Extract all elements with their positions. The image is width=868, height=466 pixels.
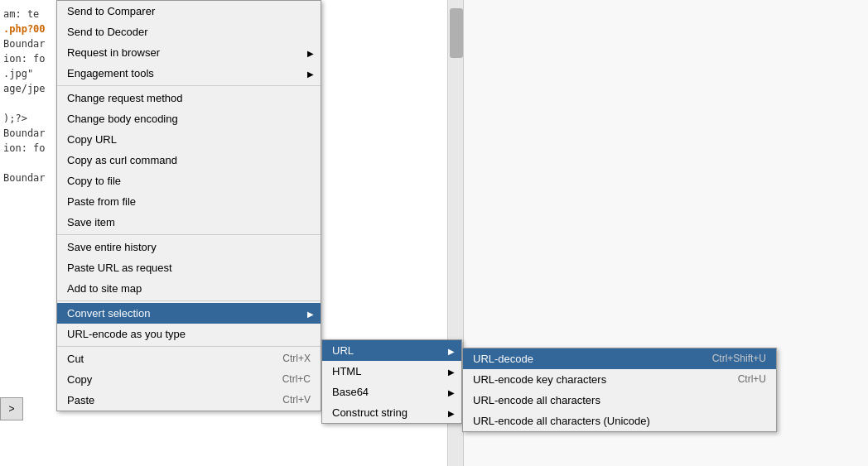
context-menu-1: Send to Comparer Send to Decoder Request… bbox=[56, 0, 321, 411]
menu-item-url-decode-label: URL-decode bbox=[473, 353, 533, 365]
menu-item-copy-label: Copy bbox=[67, 373, 92, 386]
separator-3 bbox=[57, 300, 321, 301]
menu-item-request-in-browser[interactable]: Request in browser bbox=[57, 42, 321, 63]
context-menu-3: URL-decode Ctrl+Shift+U URL-encode key c… bbox=[462, 348, 777, 432]
separator-2 bbox=[57, 234, 321, 235]
menu-item-copy[interactable]: Copy Ctrl+C bbox=[57, 369, 321, 390]
context-menu-2: URL HTML Base64 Construct string bbox=[321, 339, 462, 424]
menu-item-paste-from-file[interactable]: Paste from file bbox=[57, 191, 321, 212]
menu-item-url-encode-key-shortcut: Ctrl+U bbox=[738, 373, 766, 386]
menu-item-copy-as-curl[interactable]: Copy as curl command bbox=[57, 150, 321, 171]
menu-item-cut[interactable]: Cut Ctrl+X bbox=[57, 348, 321, 369]
menu-item-url-encode-key[interactable]: URL-encode key characters Ctrl+U bbox=[463, 369, 776, 390]
menu-item-cut-shortcut: Ctrl+X bbox=[282, 353, 311, 365]
menu-item-url-encode-all-unicode-label: URL-encode all characters (Unicode) bbox=[473, 415, 650, 427]
menu-item-url-encode-as-you-type[interactable]: URL-encode as you type bbox=[57, 324, 321, 344]
menu-item-engagement-tools[interactable]: Engagement tools bbox=[57, 63, 321, 84]
menu-item-url-decode[interactable]: URL-decode Ctrl+Shift+U bbox=[463, 348, 776, 369]
menu-item-copy-shortcut: Ctrl+C bbox=[282, 373, 311, 386]
menu-item-url-encode-all-label: URL-encode all characters bbox=[473, 394, 600, 406]
menu-item-url-encode-all-unicode[interactable]: URL-encode all characters (Unicode) bbox=[463, 411, 776, 431]
menu-item-save-item[interactable]: Save item bbox=[57, 212, 321, 233]
menu-item-change-body-encoding[interactable]: Change body encoding bbox=[57, 108, 321, 129]
menu-item-copy-url[interactable]: Copy URL bbox=[57, 129, 321, 150]
menu-item-change-request-method[interactable]: Change request method bbox=[57, 88, 321, 108]
menu-item-convert-selection[interactable]: Convert selection bbox=[57, 303, 321, 324]
menu-item-cut-label: Cut bbox=[67, 353, 84, 365]
menu-item-url-encode-key-label: URL-encode key characters bbox=[473, 373, 606, 386]
menu-item-url-decode-shortcut: Ctrl+Shift+U bbox=[712, 353, 766, 365]
menu-item-send-to-comparer[interactable]: Send to Comparer bbox=[57, 1, 321, 22]
menu-item-paste-label: Paste bbox=[67, 394, 94, 406]
forward-button[interactable]: > bbox=[0, 397, 23, 420]
menu-item-save-entire-history[interactable]: Save entire history bbox=[57, 237, 321, 257]
menu-item-copy-to-file[interactable]: Copy to file bbox=[57, 171, 321, 191]
scrollbar-thumb[interactable] bbox=[450, 8, 463, 58]
menu-item-base64[interactable]: Base64 bbox=[322, 382, 461, 402]
menu-item-paste[interactable]: Paste Ctrl+V bbox=[57, 390, 321, 411]
menu-item-html[interactable]: HTML bbox=[322, 361, 461, 382]
menu-item-send-to-decoder[interactable]: Send to Decoder bbox=[57, 22, 321, 42]
menu-item-url[interactable]: URL bbox=[322, 340, 461, 361]
menu-item-add-to-site-map[interactable]: Add to site map bbox=[57, 278, 321, 299]
separator-1 bbox=[57, 85, 321, 86]
menu-item-paste-shortcut: Ctrl+V bbox=[282, 394, 311, 406]
menu-item-construct-string[interactable]: Construct string bbox=[322, 402, 461, 423]
menu-item-paste-url-as-request[interactable]: Paste URL as request bbox=[57, 257, 321, 278]
separator-4 bbox=[57, 346, 321, 347]
menu-item-url-encode-all[interactable]: URL-encode all characters bbox=[463, 390, 776, 411]
